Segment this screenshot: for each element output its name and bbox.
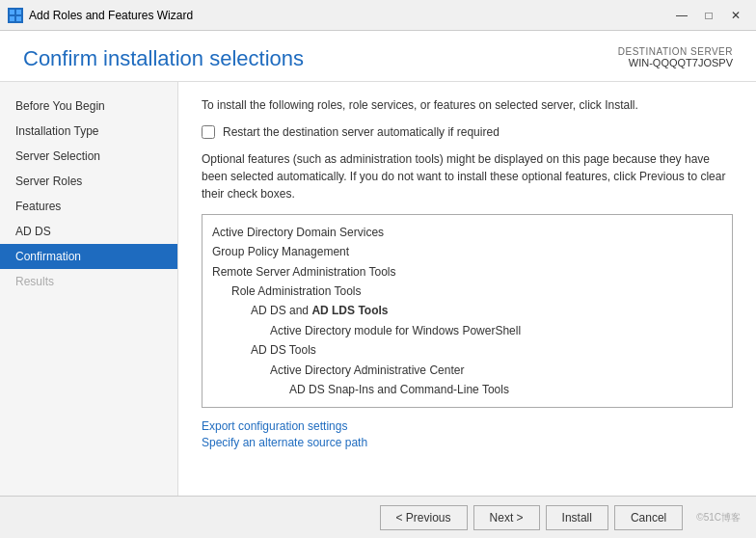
features-list-box: Active Directory Domain Services Group P…: [202, 214, 733, 409]
sidebar-item-features[interactable]: Features: [0, 194, 177, 219]
wizard-footer: < Previous Next > Install Cancel ©51C博客: [0, 496, 756, 538]
feature-item-8: AD DS Snap-Ins and Command-Line Tools: [212, 380, 722, 399]
instruction-text: To install the following roles, role ser…: [202, 97, 733, 114]
svg-rect-0: [10, 10, 14, 14]
restart-checkbox-row: Restart the destination server automatic…: [202, 125, 733, 139]
feature-item-4: AD DS and AD LDS Tools: [212, 301, 722, 320]
svg-rect-1: [16, 10, 21, 14]
feature-item-5: Active Directory module for Windows Powe…: [212, 321, 722, 340]
sidebar-item-confirmation[interactable]: Confirmation: [0, 244, 177, 269]
sidebar-item-before-you-begin[interactable]: Before You Begin: [0, 94, 177, 119]
title-bar-left: Add Roles and Features Wizard: [8, 8, 193, 23]
maximize-button[interactable]: □: [696, 6, 721, 25]
export-config-link[interactable]: Export configuration settings: [202, 419, 733, 433]
wizard-header: Confirm installation selections DESTINAT…: [0, 31, 756, 82]
destination-server-name: WIN-QQQQT7JOSPV: [618, 57, 733, 68]
title-bar-controls: — □ ✕: [669, 6, 748, 25]
destination-label: DESTINATION SERVER: [618, 46, 733, 57]
restart-checkbox[interactable]: [202, 125, 215, 139]
feature-item-7: Active Directory Administrative Center: [212, 361, 722, 380]
feature-item-1: Group Policy Management: [212, 242, 722, 261]
next-button[interactable]: Next >: [473, 505, 540, 530]
optional-text: Optional features (such as administratio…: [202, 150, 733, 202]
cancel-button[interactable]: Cancel: [614, 505, 683, 530]
title-bar-title: Add Roles and Features Wizard: [29, 9, 193, 22]
sidebar-item-installation-type[interactable]: Installation Type: [0, 119, 177, 144]
wizard-body: Before You Begin Installation Type Serve…: [0, 82, 756, 496]
previous-button[interactable]: < Previous: [380, 505, 468, 530]
feature-item-3: Role Administration Tools: [212, 282, 722, 301]
feature-item-6: AD DS Tools: [212, 340, 722, 360]
sidebar-item-server-roles[interactable]: Server Roles: [0, 169, 177, 194]
page-title: Confirm installation selections: [23, 46, 304, 71]
svg-rect-3: [16, 16, 21, 21]
restart-checkbox-label[interactable]: Restart the destination server automatic…: [223, 125, 500, 139]
feature-item-2: Remote Server Administration Tools: [212, 262, 722, 282]
destination-server-info: DESTINATION SERVER WIN-QQQQT7JOSPV: [618, 46, 733, 68]
install-button[interactable]: Install: [546, 505, 608, 530]
sidebar: Before You Begin Installation Type Serve…: [0, 82, 178, 496]
main-container: Confirm installation selections DESTINAT…: [0, 31, 756, 538]
feature-item-0: Active Directory Domain Services: [212, 223, 722, 242]
watermark: ©51C博客: [696, 511, 741, 525]
minimize-button[interactable]: —: [669, 6, 694, 25]
wizard-content: To install the following roles, role ser…: [178, 82, 756, 496]
sidebar-item-results: Results: [0, 269, 177, 294]
sidebar-item-ad-ds[interactable]: AD DS: [0, 219, 177, 244]
links-section: Export configuration settings Specify an…: [202, 419, 733, 449]
alternate-source-link[interactable]: Specify an alternate source path: [202, 436, 733, 449]
close-button[interactable]: ✕: [723, 6, 748, 25]
svg-rect-2: [10, 16, 14, 21]
sidebar-item-server-selection[interactable]: Server Selection: [0, 144, 177, 169]
app-icon: [8, 8, 23, 23]
title-bar: Add Roles and Features Wizard — □ ✕: [0, 0, 756, 31]
